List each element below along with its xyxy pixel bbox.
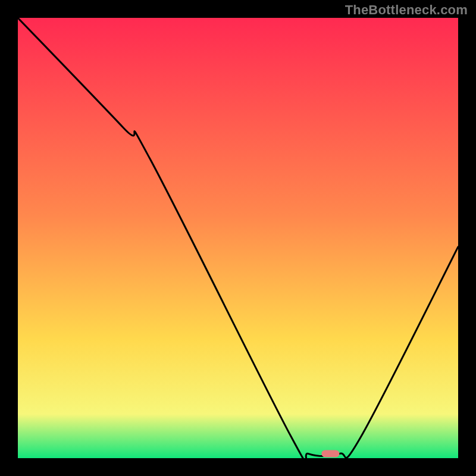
watermark-text: TheBottleneck.com xyxy=(345,2,468,18)
optimum-marker xyxy=(321,450,339,458)
chart-svg xyxy=(18,18,458,458)
chart-plot-area xyxy=(18,18,458,458)
gradient-background xyxy=(18,18,458,458)
